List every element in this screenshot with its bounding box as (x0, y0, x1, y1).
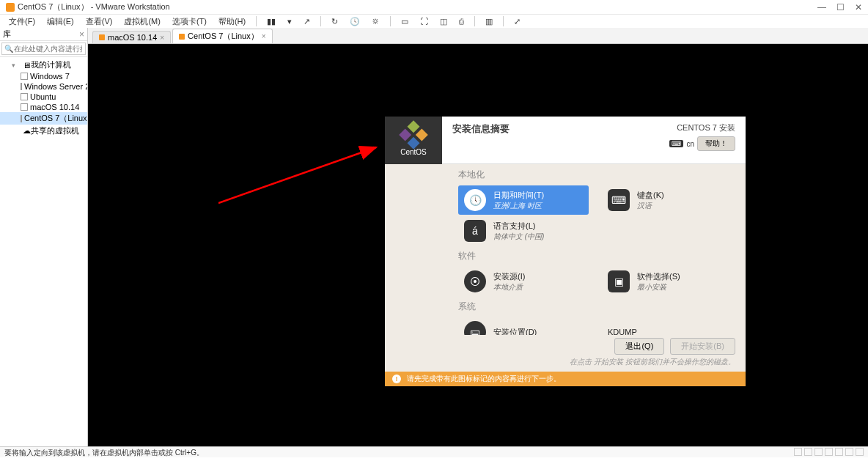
titlebar: CentOS 7（Linux） - VMware Workstation — ☐… (0, 0, 868, 15)
close-icon[interactable]: × (262, 32, 266, 40)
section-software: 软件 (458, 250, 732, 262)
quit-button[interactable]: 退出(Q) (614, 338, 664, 355)
menu-vm[interactable]: 虚拟机(M) (119, 15, 165, 29)
unity-icon[interactable]: ◫ (435, 15, 452, 28)
window-controls: — ☐ ✕ (817, 2, 862, 12)
tree-item-macos[interactable]: macOS 10.14 (0, 102, 87, 112)
tray-icon[interactable] (845, 448, 853, 456)
status-message: 要将输入定向到该虚拟机，请在虚拟机内部单击或按 Ctrl+G。 (4, 448, 204, 457)
tree-item-winserver2008[interactable]: Windows Server 2008 (0, 81, 87, 92)
capture-icon[interactable]: ▥ (481, 15, 497, 28)
warning-bar: ! 请先完成带有此图标标记的内容再进行下一步。 (385, 372, 746, 386)
installer-header: CentOS 安装信息摘要 CENTOS 7 安装 ⌨ cn 帮助！ (385, 117, 746, 164)
separator (256, 16, 257, 26)
vm-tabs: macOS 10.14× CentOS 7（Linux）× (88, 28, 868, 44)
spoke-kdump[interactable]: KDUMP (602, 317, 732, 335)
tree-item-ubuntu[interactable]: Ubuntu (0, 92, 87, 102)
keyboard-icon: ⌨ (608, 189, 630, 211)
warning-icon: ! (392, 375, 401, 383)
separator (474, 16, 475, 26)
spoke-keyboard[interactable]: ⌨ 键盘(K)汉语 (602, 185, 732, 215)
disc-icon: ⦿ (464, 270, 486, 292)
window-title: CentOS 7（Linux） - VMware Workstation (18, 1, 817, 12)
centos-logo-icon (399, 120, 428, 150)
installer-header-right: 安装信息摘要 CENTOS 7 安装 ⌨ cn 帮助！ (442, 117, 746, 164)
keyboard-icon: ⌨ (669, 140, 683, 147)
vm-canvas[interactable]: CentOS 安装信息摘要 CENTOS 7 安装 ⌨ cn 帮助！ (88, 44, 868, 446)
search-row: 🔍 (0, 41, 87, 57)
menu-help[interactable]: 帮助(H) (214, 15, 250, 29)
language-icon: á (464, 220, 486, 242)
pause-icon[interactable]: ▮▮ (262, 15, 280, 28)
separator (503, 16, 504, 26)
clock-icon[interactable]: 🕓 (345, 15, 364, 28)
begin-install-button[interactable]: 开始安装(B) (670, 338, 735, 355)
package-icon: ▣ (608, 270, 630, 292)
installer-meta: CENTOS 7 安装 ⌨ cn 帮助！ (669, 122, 735, 163)
menu-view[interactable]: 查看(V) (81, 15, 117, 29)
product-label: CENTOS 7 安装 (669, 122, 735, 133)
tray-icon[interactable] (835, 448, 843, 456)
expand-icon[interactable]: ⤢ (510, 15, 525, 28)
section-localization: 本地化 (458, 169, 732, 181)
maximize-button[interactable]: ☐ (836, 2, 845, 12)
spoke-language[interactable]: á 语言支持(L)简体中文 (中国) (458, 216, 589, 246)
minimize-button[interactable]: — (817, 2, 826, 12)
lang-code: cn (686, 140, 694, 148)
cycle-icon[interactable]: ↻ (327, 15, 342, 28)
svg-line-1 (218, 147, 376, 203)
fit-icon[interactable]: ▭ (397, 15, 413, 28)
installer-body: 本地化 🕔 日期和时间(T)亚洲/上海 时区 ⌨ 键盘(K)汉语 á 语言支持 (385, 164, 746, 335)
close-panel-button[interactable]: × (79, 29, 84, 40)
spoke-install-source[interactable]: ⦿ 安装源(I)本地介质 (458, 267, 589, 296)
library-header: 库 × (0, 28, 87, 41)
separator (320, 16, 321, 26)
tray-icon[interactable] (814, 448, 823, 456)
tray-icon[interactable] (856, 448, 864, 456)
send-icon[interactable]: ↗ (299, 15, 315, 28)
statusbar: 要将输入定向到该虚拟机，请在虚拟机内部单击或按 Ctrl+G。 (0, 446, 868, 457)
tree-item-windows7[interactable]: Windows 7 (0, 71, 87, 81)
menu-file[interactable]: 文件(F) (4, 15, 40, 29)
installer-footer: 退出(Q) 开始安装(B) 在点击 开始安装 按钮前我们并不会操作您的磁盘。 (385, 335, 746, 372)
menubar: 文件(F) 编辑(E) 查看(V) 虚拟机(M) 选项卡(T) 帮助(H) ▮▮… (0, 15, 868, 28)
tree-root-shared[interactable]: ☁ 共享的虚拟机 (0, 125, 87, 137)
tree-root-mycomputer[interactable]: ▾🖥 我的计算机 (0, 59, 87, 71)
harddrive-icon: 🖴 (464, 321, 486, 335)
section-system: 系统 (458, 300, 732, 313)
device-tray (794, 448, 864, 457)
tray-icon[interactable] (794, 448, 802, 456)
clock-icon: 🕔 (464, 189, 486, 211)
spoke-software-selection[interactable]: ▣ 软件选择(S)最小安装 (602, 267, 732, 296)
spoke-install-dest[interactable]: 🖴 安装位置(D) (458, 317, 589, 335)
close-button[interactable]: ✕ (855, 2, 862, 12)
fullscreen-icon[interactable]: ⛶ (416, 15, 433, 27)
tree-item-centos7[interactable]: CentOS 7（Linux） (0, 112, 87, 125)
close-icon[interactable]: × (160, 34, 164, 42)
search-input[interactable] (1, 43, 86, 55)
app-icon (6, 3, 15, 12)
tray-icon[interactable] (825, 448, 833, 456)
wrench-icon[interactable]: ⛭ (367, 15, 384, 27)
help-button[interactable]: 帮助！ (697, 136, 735, 151)
spoke-datetime[interactable]: 🕔 日期和时间(T)亚洲/上海 时区 (458, 185, 589, 215)
snapshot-icon[interactable]: ⎙ (455, 15, 468, 27)
footer-hint: 在点击 开始安装 按钮前我们并不会操作您的磁盘。 (395, 357, 735, 367)
library-panel: 库 × 🔍 ▾🖥 我的计算机 Windows 7 Windows Server … (0, 28, 88, 446)
vm-tab-macos[interactable]: macOS 10.14× (92, 31, 171, 43)
menu-edit[interactable]: 编辑(E) (43, 15, 78, 29)
search-icon: 🔍 (4, 45, 13, 53)
vm-area: macOS 10.14× CentOS 7（Linux）× CentOS (88, 28, 868, 446)
installer-title: 安装信息摘要 (452, 122, 510, 163)
menu-tabs[interactable]: 选项卡(T) (168, 15, 211, 29)
library-title: 库 (3, 29, 11, 40)
tray-icon[interactable] (804, 448, 812, 456)
vm-tree: ▾🖥 我的计算机 Windows 7 Windows Server 2008 U… (0, 57, 87, 446)
separator (390, 16, 391, 26)
installer-logo-panel: CentOS (385, 117, 442, 164)
annotation-arrow-left (218, 146, 380, 204)
body: 库 × 🔍 ▾🖥 我的计算机 Windows 7 Windows Server … (0, 28, 868, 446)
dropdown-icon[interactable]: ▾ (283, 15, 296, 28)
vm-tab-centos[interactable]: CentOS 7（Linux）× (172, 29, 272, 43)
warning-text: 请先完成带有此图标标记的内容再进行下一步。 (407, 374, 561, 384)
